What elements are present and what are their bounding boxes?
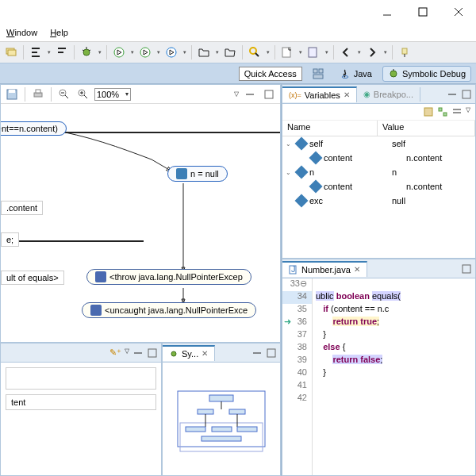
variable-row[interactable]: excnull [282, 194, 475, 208]
stack-icon[interactable] [3, 44, 19, 60]
maximize-view-icon[interactable] [147, 347, 158, 359]
folder-open-icon[interactable] [222, 44, 238, 60]
new-item-icon[interactable]: ✎⁺ [109, 347, 121, 359]
print-icon[interactable] [30, 86, 46, 102]
perspectives-bar: Quick Access Java Symbolic Debug [0, 63, 476, 84]
close-icon[interactable]: ✕ [354, 265, 360, 274]
view-menu-icon[interactable]: ▽ [466, 106, 470, 117]
svg-rect-60 [186, 427, 205, 432]
minimize-button[interactable] [369, 0, 405, 24]
tree-icon[interactable] [437, 106, 448, 117]
svg-line-40 [84, 95, 87, 98]
menu-help[interactable]: Help [50, 28, 68, 37]
dropdown-arrow-icon[interactable]: ▾ [298, 44, 303, 60]
save-icon[interactable] [4, 86, 20, 102]
thumbnail-preview[interactable] [163, 363, 280, 475]
maximize-button[interactable] [405, 0, 440, 24]
dropdown-arrow-icon[interactable]: ▾ [155, 44, 161, 60]
close-icon[interactable]: ✕ [202, 349, 208, 358]
svg-rect-31 [9, 90, 15, 93]
column-value[interactable]: Value [378, 121, 475, 136]
forward-icon[interactable] [364, 44, 380, 60]
variable-row[interactable]: ⌄nn [282, 165, 475, 179]
dropdown-arrow-icon[interactable]: ▾ [46, 44, 52, 60]
variable-row[interactable]: ⌄selfself [282, 136, 475, 151]
minimize-view-icon[interactable] [251, 347, 263, 359]
tab-variables[interactable]: (x)=Variables✕ [282, 86, 357, 102]
variables-table[interactable]: NameValue ⌄selfselfcontentn.content⌄nnco… [282, 121, 475, 258]
svg-rect-61 [212, 427, 232, 432]
collapse-icon[interactable] [451, 106, 463, 117]
dropdown-arrow-icon[interactable]: ▾ [97, 44, 102, 60]
tab-breakpoints[interactable]: ◉Breakpo... [357, 87, 420, 102]
svg-point-11 [83, 49, 90, 56]
close-icon[interactable]: ✕ [344, 90, 350, 99]
thread-icon-2[interactable] [54, 44, 70, 60]
dropdown-arrow-icon[interactable]: ▾ [356, 44, 362, 60]
new-wizard-alt-icon[interactable] [305, 44, 321, 60]
code-editor-pane: JNumber.java✕ 33⊖3435➜36373839404142 ubl… [282, 259, 476, 476]
svg-text:J: J [291, 265, 296, 274]
flow-node-condition[interactable]: .content==n.content) [1, 121, 67, 136]
quick-access-field[interactable]: Quick Access [239, 67, 302, 81]
dropdown-arrow-icon[interactable]: ▾ [382, 44, 388, 60]
maximize-view-icon[interactable] [461, 263, 472, 274]
dropdown-arrow-icon[interactable]: ▾ [182, 44, 187, 60]
dropdown-arrow-icon[interactable]: ▾ [214, 44, 220, 60]
debug-icon[interactable] [79, 44, 94, 60]
svg-rect-63 [202, 436, 241, 441]
thread-icon[interactable] [28, 44, 44, 60]
view-menu-icon[interactable]: ▽ [234, 90, 239, 98]
minimize-view-icon[interactable] [447, 89, 458, 100]
main-area: 100%▾ ▽ .content==n.content) [0, 84, 476, 476]
zoom-out-icon[interactable] [56, 86, 72, 102]
variable-row[interactable]: contentn.content [282, 179, 475, 194]
close-button[interactable] [440, 0, 476, 24]
input-field[interactable] [6, 367, 156, 390]
folder-new-icon[interactable] [196, 44, 212, 60]
view-menu-icon[interactable]: ▽ [125, 347, 129, 359]
dropdown-arrow-icon[interactable]: ▾ [324, 44, 329, 60]
perspective-java[interactable]: Java [334, 66, 378, 82]
tab-sy[interactable]: Sy...✕ [163, 345, 215, 361]
svg-rect-33 [36, 90, 40, 93]
svg-rect-24 [313, 69, 317, 73]
run-alt-icon[interactable] [163, 44, 179, 60]
variable-row[interactable]: contentn.content [282, 151, 475, 165]
search-icon[interactable] [247, 44, 263, 60]
dropdown-arrow-icon[interactable]: ▾ [265, 44, 271, 60]
zoom-select[interactable]: 100%▾ [94, 88, 131, 101]
flow-node-throw[interactable]: <throw java.lang.NullPointerExcep [86, 269, 251, 285]
column-name[interactable]: Name [282, 121, 378, 136]
throw-icon [95, 271, 106, 282]
code-editor[interactable]: 33⊖3435➜36373839404142 ublic boolean equ… [282, 278, 475, 475]
menu-window[interactable]: Window [6, 28, 37, 37]
titlebar [0, 0, 476, 24]
variables-toolbar: ▽ [282, 104, 475, 121]
flow-node-assign[interactable]: n = null [167, 166, 228, 182]
back-icon[interactable] [338, 44, 354, 60]
new-wizard-icon[interactable] [279, 44, 295, 60]
zoom-in-icon[interactable] [75, 86, 91, 102]
input-field-2[interactable]: tent [6, 394, 156, 410]
flow-node-uncaught[interactable]: <uncaught java.lang.NullPointerExce [82, 302, 256, 318]
open-perspective-button[interactable] [307, 66, 329, 82]
tab-number-java[interactable]: JNumber.java✕ [282, 261, 367, 277]
run-icon-2[interactable] [137, 44, 153, 60]
maximize-view-icon[interactable] [461, 89, 472, 100]
maximize-view-icon[interactable] [266, 347, 277, 359]
minimize-view-icon[interactable] [242, 86, 258, 102]
perspective-symbolic-debug[interactable]: Symbolic Debug [382, 66, 471, 82]
svg-rect-26 [313, 75, 323, 79]
minimize-view-icon[interactable] [132, 347, 144, 359]
maximize-view-icon[interactable] [261, 86, 277, 102]
run-icon[interactable] [111, 44, 127, 60]
flow-canvas[interactable]: .content==n.content) n = null .content e… [1, 104, 280, 342]
type-icon[interactable] [423, 106, 434, 117]
svg-rect-1 [419, 8, 427, 16]
menubar: Window Help [0, 24, 476, 41]
pin-icon[interactable] [397, 44, 413, 60]
dropdown-arrow-icon[interactable]: ▾ [129, 44, 135, 60]
svg-rect-54 [209, 395, 233, 401]
assign-icon [176, 168, 187, 179]
